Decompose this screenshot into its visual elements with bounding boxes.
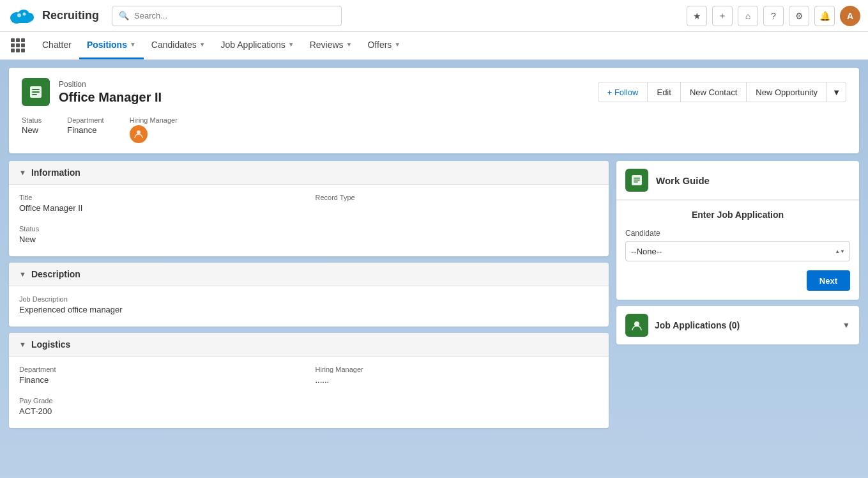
work-guide-card: Work Guide Enter Job Application Candida… [616,161,859,300]
status-value-info: New [19,235,303,247]
job-applications-dropdown-arrow[interactable]: ▼ [842,321,850,330]
pay-grade-field: Pay Grade ACT-200 ✎ [19,397,303,419]
description-body: Job Description Experienced office manag… [9,286,609,327]
empty-col [316,225,599,247]
nav-item-positions[interactable]: Positions ▼ [79,31,144,59]
home-icon[interactable]: ⌂ [738,6,758,26]
app-name: Recruiting [42,9,99,22]
department-label-logistics: Department [19,366,303,373]
app-launcher-button[interactable] [6,34,29,57]
svg-rect-8 [32,91,40,93]
hiring-manager-label-logistics: Hiring Manager [316,366,599,373]
enter-job-title: Enter Job Application [625,210,850,220]
department-field: Department Finance [67,116,103,143]
candidate-label: Candidate [625,229,850,238]
logistics-title: Logistics [31,339,70,350]
record-object-label: Position [59,80,162,89]
logistics-header[interactable]: ▼ Logistics [9,333,609,357]
record-type-field: Record Type ✎ [316,194,599,216]
title-value: Office Manager II [19,203,303,216]
record-header: Position Office Manager II + Follow Edit… [9,68,859,153]
status-label: Status [22,116,42,124]
status-field-info: Status New ✎ [19,225,303,247]
settings-icon[interactable]: ⚙ [789,6,809,26]
svg-rect-3 [13,17,31,23]
enter-job-section: Enter Job Application Candidate --None--… [616,201,859,300]
info-row-2: Status New ✎ [19,225,598,247]
edit-button[interactable]: Edit [648,82,680,102]
logistics-body: Department Finance ✎ Hiring Manager ....… [9,357,609,428]
search-bar[interactable]: 🔍 [112,6,342,26]
search-input[interactable] [134,11,335,20]
favorites-icon[interactable]: ★ [687,6,707,26]
main-background: Position Office Manager II + Follow Edit… [0,60,868,478]
next-button-container: Next [625,270,850,291]
svg-point-5 [23,12,26,15]
svg-point-10 [137,130,141,134]
description-chevron-icon: ▼ [19,270,26,278]
svg-rect-7 [32,89,40,90]
reviews-dropdown-icon: ▼ [346,41,353,48]
title-label: Title [19,194,303,201]
information-title: Information [31,167,80,178]
follow-button[interactable]: + Follow [598,82,648,102]
new-contact-button[interactable]: New Contact [681,82,747,102]
hiring-manager-field: Hiring Manager [130,116,178,143]
work-guide-title: Work Guide [656,175,710,186]
svg-point-4 [17,13,21,17]
record-type-value [316,203,599,206]
job-applications-card: Job Applications (0) ▼ [616,306,859,344]
candidate-select[interactable]: --None-- [625,241,850,261]
description-header[interactable]: ▼ Description [9,263,609,286]
description-title: Description [31,269,80,279]
app-logo [8,4,36,27]
top-bar: Recruiting 🔍 ★ ＋ ⌂ ? ⚙ 🔔 A [0,0,868,32]
svg-rect-12 [634,178,640,179]
department-label: Department [67,116,103,124]
svg-rect-9 [32,94,37,95]
bell-icon[interactable]: 🔔 [814,6,835,26]
positions-dropdown-icon: ▼ [130,41,136,48]
candidates-dropdown-icon: ▼ [199,41,206,48]
nav-item-chatter[interactable]: Chatter [34,31,79,59]
job-applications-left: Job Applications (0) [625,314,740,337]
hiring-manager-label: Hiring Manager [130,116,178,124]
svg-rect-14 [634,181,638,183]
record-type-label: Record Type [316,194,599,201]
info-row-1: Title Office Manager II ✎ Record Type ✎ [19,194,598,216]
record-fields: Status New Department Finance Hiring Man… [22,116,846,143]
next-button[interactable]: Next [807,270,850,291]
work-guide-icon [625,169,648,192]
record-icon [22,78,50,106]
department-value-logistics: Finance [19,375,303,388]
offers-dropdown-icon: ▼ [394,41,400,48]
job-applications-title: Job Applications (0) [655,320,740,330]
job-description-value: Experienced office manager [19,305,598,318]
job-applications-icon [625,314,648,337]
avatar[interactable]: A [840,6,860,26]
help-icon[interactable]: ? [763,6,784,26]
right-panel: Work Guide Enter Job Application Candida… [616,161,859,435]
pay-grade-label: Pay Grade [19,397,303,405]
nav-bar: Chatter Positions ▼ Candidates ▼ Job App… [0,32,868,60]
information-header[interactable]: ▼ Information [9,161,609,185]
desc-row-1: Job Description Experienced office manag… [19,295,598,318]
new-opportunity-button[interactable]: New Opportunity [747,82,827,102]
hiring-manager-field-logistics: Hiring Manager ...... ✎ [316,366,599,388]
nav-item-reviews[interactable]: Reviews ▼ [302,31,360,59]
top-right-icons: ★ ＋ ⌂ ? ⚙ 🔔 A [687,6,860,26]
nav-item-job-applications[interactable]: Job Applications ▼ [213,31,302,59]
nav-item-candidates[interactable]: Candidates ▼ [144,31,213,59]
record-actions: + Follow Edit New Contact New Opportunit… [598,82,846,102]
nav-item-offers[interactable]: Offers ▼ [360,31,408,59]
hiring-manager-avatar [130,125,148,143]
add-icon[interactable]: ＋ [712,6,733,26]
record-title: Office Manager II [59,90,162,105]
description-section: ▼ Description Job Description Experience… [9,263,609,327]
job-description-field: Job Description Experienced office manag… [19,295,598,318]
pay-grade-value: ACT-200 [19,406,303,419]
work-guide-header: Work Guide [616,161,859,200]
logistics-row-1: Department Finance ✎ Hiring Manager ....… [19,366,598,388]
record-header-top: Position Office Manager II + Follow Edit… [22,78,846,106]
more-actions-button[interactable]: ▼ [827,82,846,102]
